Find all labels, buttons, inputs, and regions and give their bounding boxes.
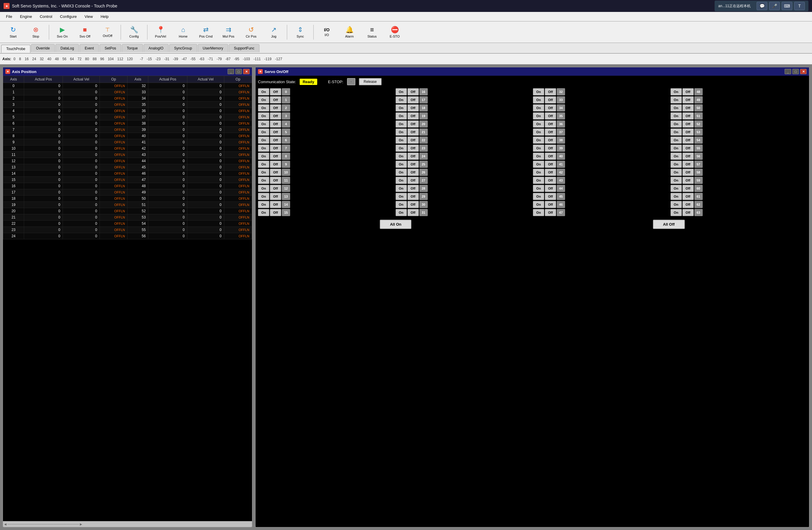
servo-on-btn-4[interactable]: On	[258, 121, 269, 128]
servo-off-btn-34[interactable]: Off	[545, 104, 556, 111]
servo-off-btn-25[interactable]: Off	[407, 161, 419, 168]
servo-on-btn-46[interactable]: On	[533, 201, 544, 208]
servo-on-btn-60[interactable]: On	[670, 185, 682, 192]
servo-off-btn-20[interactable]: Off	[407, 121, 419, 128]
toolbar-e-stop[interactable]: ⛔ E-STO	[384, 23, 405, 42]
servo-off-btn-59[interactable]: Off	[682, 177, 694, 184]
servo-on-btn-7[interactable]: On	[258, 144, 269, 152]
servo-off-btn-16[interactable]: Off	[407, 88, 419, 95]
axis-pos-maximize[interactable]: □	[235, 69, 242, 74]
servo-on-btn-59[interactable]: On	[670, 177, 682, 184]
servo-on-btn-3[interactable]: On	[258, 112, 269, 120]
axis-pos-close[interactable]: ✕	[243, 69, 250, 74]
servo-off-btn-51[interactable]: Off	[682, 112, 694, 120]
toolbar-alarm[interactable]: 🔔 Alarm	[339, 23, 360, 42]
servo-off-btn-58[interactable]: Off	[682, 169, 694, 176]
tab-touch-probe[interactable]: TouchProbe	[1, 45, 30, 53]
servo-on-btn-19[interactable]: On	[395, 112, 407, 120]
servo-on-btn-63[interactable]: On	[670, 209, 682, 216]
servo-off-btn-62[interactable]: Off	[682, 201, 694, 208]
tab-data-log[interactable]: DataLog	[55, 44, 79, 52]
tab-user-memory[interactable]: UserMemory	[198, 44, 229, 52]
servo-on-btn-18[interactable]: On	[395, 104, 407, 111]
servo-off-btn-46[interactable]: Off	[545, 201, 556, 208]
release-button[interactable]: Release	[359, 78, 381, 85]
toolbar-config[interactable]: 🔧 Config	[123, 23, 145, 42]
servo-off-btn-14[interactable]: Off	[270, 201, 281, 208]
servo-on-btn-8[interactable]: On	[258, 153, 269, 160]
toolbar-home[interactable]: ⌂ Home	[173, 23, 194, 42]
servo-on-btn-52[interactable]: On	[670, 121, 682, 128]
servo-on-btn-2[interactable]: On	[258, 104, 269, 111]
tab-event[interactable]: Event	[79, 44, 99, 52]
servo-on-btn-42[interactable]: On	[533, 169, 544, 176]
servo-on-btn-38[interactable]: On	[533, 137, 544, 144]
servo-on-btn-47[interactable]: On	[533, 209, 544, 216]
servo-off-btn-0[interactable]: Off	[270, 88, 281, 95]
servo-off-btn-19[interactable]: Off	[407, 112, 419, 120]
servo-on-btn-44[interactable]: On	[533, 185, 544, 192]
menu-file[interactable]: File	[2, 13, 16, 20]
servo-off-btn-56[interactable]: Off	[682, 153, 694, 160]
servo-off-btn-6[interactable]: Off	[270, 137, 281, 144]
servo-off-btn-55[interactable]: Off	[682, 144, 694, 152]
menu-configure[interactable]: Configure	[56, 13, 80, 20]
tab-analog-io[interactable]: AnalogIO	[144, 44, 169, 52]
servo-off-btn-18[interactable]: Off	[407, 104, 419, 111]
servo-on-btn-0[interactable]: On	[258, 88, 269, 95]
servo-off-btn-32[interactable]: Off	[545, 88, 556, 95]
servo-on-btn-58[interactable]: On	[670, 169, 682, 176]
toolbar-pos-vel[interactable]: 📍 Pos/Vel	[150, 23, 171, 42]
servo-off-btn-53[interactable]: Off	[682, 128, 694, 136]
all-on-button[interactable]: All On	[380, 220, 411, 229]
servo-off-btn-26[interactable]: Off	[407, 169, 419, 176]
servo-off-btn-2[interactable]: Off	[270, 104, 281, 111]
servo-off-btn-1[interactable]: Off	[270, 96, 281, 103]
servo-off-btn-52[interactable]: Off	[682, 121, 694, 128]
toolbar-status[interactable]: ≡ Status	[361, 23, 383, 42]
toolbar-start[interactable]: ↻ Start	[2, 23, 24, 42]
servo-on-btn-48[interactable]: On	[670, 88, 682, 95]
tab-torque[interactable]: Torque	[122, 44, 143, 52]
servo-off-btn-63[interactable]: Off	[682, 209, 694, 216]
servo-on-btn-53[interactable]: On	[670, 128, 682, 136]
servo-off-btn-49[interactable]: Off	[682, 96, 694, 103]
servo-on-btn-22[interactable]: On	[395, 137, 407, 144]
servo-off-btn-36[interactable]: Off	[545, 121, 556, 128]
servo-on-btn-16[interactable]: On	[395, 88, 407, 95]
mic-btn[interactable]: 🎤	[769, 2, 780, 10]
servo-on-btn-13[interactable]: On	[258, 193, 269, 200]
menu-engine[interactable]: Engine	[16, 13, 35, 20]
servo-on-btn-26[interactable]: On	[395, 169, 407, 176]
axis-pos-minimize[interactable]: _	[228, 69, 234, 74]
servo-close[interactable]: ✕	[800, 69, 807, 74]
servo-on-btn-1[interactable]: On	[258, 96, 269, 103]
toolbar-sync[interactable]: ⇕ Sync	[290, 23, 311, 42]
servo-off-btn-50[interactable]: Off	[682, 104, 694, 111]
servo-on-btn-61[interactable]: On	[670, 193, 682, 200]
servo-off-btn-8[interactable]: Off	[270, 153, 281, 160]
servo-off-btn-13[interactable]: Off	[270, 193, 281, 200]
servo-off-btn-28[interactable]: Off	[407, 185, 419, 192]
servo-maximize[interactable]: □	[792, 69, 799, 74]
servo-off-btn-35[interactable]: Off	[545, 112, 556, 120]
all-off-button[interactable]: All Off	[653, 220, 685, 229]
menu-view[interactable]: View	[81, 13, 97, 20]
servo-on-btn-6[interactable]: On	[258, 137, 269, 144]
servo-on-btn-39[interactable]: On	[533, 144, 544, 152]
tab-support-func[interactable]: SupportFunc	[229, 44, 259, 52]
servo-on-btn-40[interactable]: On	[533, 153, 544, 160]
servo-on-btn-62[interactable]: On	[670, 201, 682, 208]
servo-on-btn-24[interactable]: On	[395, 153, 407, 160]
servo-on-btn-35[interactable]: On	[533, 112, 544, 120]
axis-scrollbar[interactable]: ◀ ────────────────────────────────── ▶	[3, 521, 252, 527]
servo-off-btn-40[interactable]: Off	[545, 153, 556, 160]
servo-off-btn-61[interactable]: Off	[682, 193, 694, 200]
toolbar-pos-cmd[interactable]: ⇄ Pos Cmd	[195, 23, 217, 42]
servo-off-btn-31[interactable]: Off	[407, 209, 419, 216]
servo-off-btn-24[interactable]: Off	[407, 153, 419, 160]
servo-on-btn-36[interactable]: On	[533, 121, 544, 128]
servo-off-btn-4[interactable]: Off	[270, 121, 281, 128]
servo-off-btn-43[interactable]: Off	[545, 177, 556, 184]
servo-on-btn-11[interactable]: On	[258, 177, 269, 184]
